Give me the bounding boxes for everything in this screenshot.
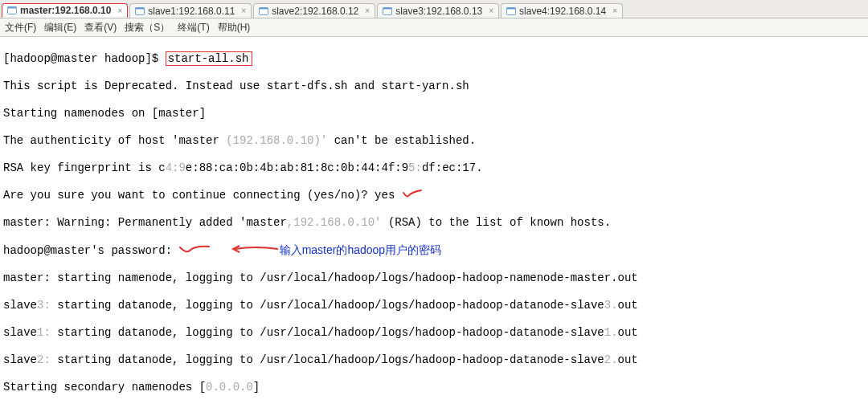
check-mark-icon [402, 189, 423, 202]
terminal-line: slave1: starting datanode, logging to /u… [3, 326, 865, 340]
tab-bar: master:192.168.0.10 × slave1:192.168.0.1… [0, 0, 868, 18]
terminal-line: This script is Deprecated. Instead use s… [3, 80, 865, 93]
svg-rect-3 [136, 7, 145, 9]
terminal-line: Are you sure you want to continue connec… [3, 189, 865, 202]
terminal-line: master: starting namenode, logging to /u… [3, 271, 865, 285]
tab-label: slave1:192.168.0.11 [148, 6, 235, 17]
tab-slave3[interactable]: slave3:192.168.0.13 × [377, 3, 499, 18]
menu-edit[interactable]: 编辑(E) [44, 21, 76, 35]
menu-term[interactable]: 终端(T) [178, 21, 209, 35]
tab-slave2[interactable]: slave2:192.168.0.12 × [253, 3, 375, 18]
terminal-line: Starting namenodes on [master] [3, 107, 865, 120]
tab-label: slave3:192.168.0.13 [395, 6, 482, 17]
close-icon[interactable]: × [612, 6, 617, 15]
tab-slave1[interactable]: slave1:192.168.0.11 × [129, 3, 252, 18]
menu-view[interactable]: 查看(V) [84, 21, 117, 35]
terminal-icon [7, 6, 17, 15]
close-icon[interactable]: × [365, 6, 370, 15]
svg-rect-9 [507, 7, 516, 9]
menu-bar: 文件(F) 编辑(E) 查看(V) 搜索（S） 终端(T) 帮助(H) [0, 18, 868, 37]
svg-rect-1 [8, 7, 17, 9]
svg-rect-7 [383, 7, 392, 9]
arrow-left-icon [231, 244, 280, 258]
terminal-line: RSA key fingerprint is c4:9e:88:ca:0b:4b… [3, 161, 865, 175]
tab-master[interactable]: master:192.168.0.10 × [2, 3, 128, 18]
terminal-line: hadoop@master's password: 输入master的hadoo… [3, 243, 865, 258]
terminal-line: slave2: starting datanode, logging to /u… [3, 353, 865, 367]
terminal-line: Starting secondary namenodes [0.0.0.0] [3, 381, 865, 394]
command-highlight: start-all.sh [166, 51, 253, 66]
terminal-icon [135, 6, 145, 16]
terminal-icon [383, 6, 392, 16]
terminal-icon [259, 6, 268, 16]
svg-rect-5 [260, 7, 268, 9]
terminal-output[interactable]: [hadoop@master hadoop]$ start-all.sh Thi… [0, 37, 868, 408]
terminal-line: master: Warning: Permanently added 'mast… [3, 216, 865, 230]
menu-file[interactable]: 文件(F) [5, 21, 36, 35]
menu-help[interactable]: 帮助(H) [218, 21, 251, 35]
tab-label: master:192.168.0.10 [20, 5, 111, 16]
annotation: 输入master的hadoop用户的密码 [280, 243, 442, 256]
terminal-line: slave3: starting datanode, logging to /u… [3, 299, 865, 312]
tab-slave4[interactable]: slave4:192.168.0.14 × [501, 3, 623, 18]
terminal-icon [506, 6, 516, 16]
tab-label: slave2:192.168.0.12 [272, 6, 358, 17]
close-icon[interactable]: × [241, 6, 246, 15]
menu-search[interactable]: 搜索（S） [125, 21, 170, 35]
swoosh-icon [178, 244, 211, 258]
prompt: [hadoop@master hadoop]$ [3, 52, 166, 65]
terminal-line: The authenticity of host 'master (192.16… [3, 134, 865, 148]
tab-label: slave4:192.168.0.14 [519, 6, 606, 17]
close-icon[interactable]: × [489, 6, 493, 15]
close-icon[interactable]: × [117, 6, 122, 15]
